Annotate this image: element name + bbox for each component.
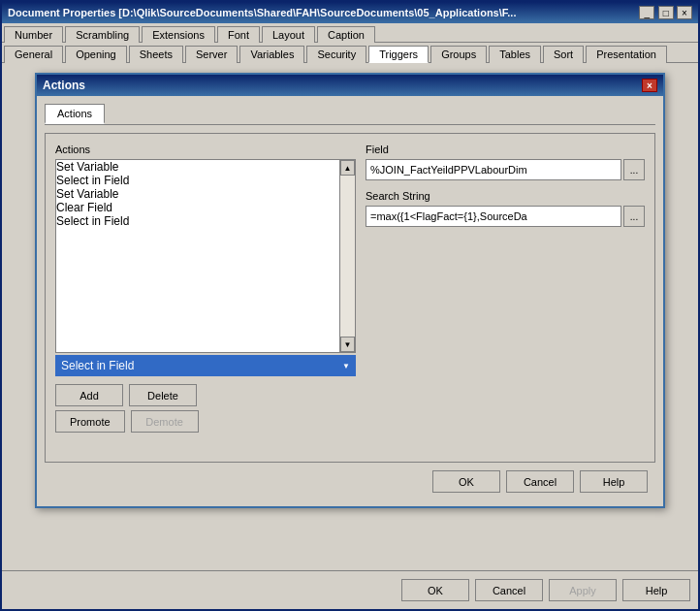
minimize-button[interactable]: _	[639, 6, 654, 19]
maximize-button[interactable]: □	[658, 6, 674, 19]
search-section: Search String ...	[366, 190, 645, 227]
list-item[interactable]: Select in Field	[56, 174, 339, 187]
scroll-track	[340, 176, 355, 337]
tab-scrambling[interactable]: Scrambling	[65, 26, 140, 43]
dialog-overlay: Actions × Actions Actions	[2, 63, 698, 609]
actions-right-panel: Field ... Search String ...	[366, 144, 645, 452]
field-input[interactable]	[366, 159, 621, 180]
dialog-title-bar: Actions ×	[37, 75, 663, 96]
tab-number[interactable]: Number	[4, 26, 63, 43]
list-item[interactable]: Set Variable	[56, 187, 339, 201]
search-browse-button[interactable]: ...	[623, 206, 645, 227]
title-bar: Document Properties [D:\Qlik\SourceDocum…	[2, 2, 698, 23]
main-content: Actions × Actions Actions	[2, 63, 698, 609]
dialog-body: Actions Actions Set Variable Select in F…	[37, 96, 663, 506]
list-item-selected[interactable]: Select in Field	[56, 214, 339, 228]
dialog-inner-content: Actions Set Variable Select in Field Set…	[45, 133, 655, 463]
list-item[interactable]: Clear Field	[56, 201, 339, 214]
tab-groups[interactable]: Groups	[430, 46, 487, 63]
search-label: Search String	[366, 190, 645, 202]
apply-button: Apply	[549, 579, 617, 601]
tab-presentation[interactable]: Presentation	[586, 46, 667, 63]
dialog-title: Actions	[43, 79, 85, 92]
dialog-ok-button[interactable]: OK	[432, 470, 500, 493]
tab-opening[interactable]: Opening	[65, 46, 127, 63]
tab-sheets[interactable]: Sheets	[129, 46, 183, 63]
add-button[interactable]: Add	[55, 384, 123, 406]
dropdown-value: Select in Field	[61, 359, 134, 372]
field-section: Field ...	[366, 144, 645, 180]
action-type-dropdown[interactable]: Select in Field ▼	[55, 355, 356, 376]
dialog-tab-bar: Actions	[45, 104, 655, 125]
scroll-down-button[interactable]: ▼	[340, 337, 355, 352]
delete-button[interactable]: Delete	[129, 384, 197, 406]
dialog-footer: OK Cancel Help	[45, 463, 655, 498]
tab-triggers[interactable]: Triggers	[368, 46, 429, 63]
cancel-button[interactable]: Cancel	[475, 579, 543, 601]
tab-security[interactable]: Security	[306, 46, 366, 63]
help-button[interactable]: Help	[622, 579, 690, 601]
field-input-row: ...	[366, 159, 645, 180]
actions-listbox-container: Set Variable Select in Field Set Variabl…	[55, 159, 356, 353]
scroll-up-button[interactable]: ▲	[340, 160, 355, 176]
search-input-row: ...	[366, 206, 645, 227]
tab-row-2: General Opening Sheets Server Variables …	[2, 43, 698, 63]
close-button[interactable]: ×	[677, 6, 692, 19]
field-label: Field	[366, 144, 645, 155]
demote-button: Demote	[131, 410, 199, 433]
search-input[interactable]	[366, 206, 621, 227]
field-browse-button[interactable]: ...	[623, 159, 645, 180]
dialog-cancel-button[interactable]: Cancel	[506, 470, 574, 493]
dropdown-arrow-icon: ▼	[342, 362, 350, 370]
promote-demote-buttons: Promote Demote	[55, 410, 356, 433]
tab-row-1: Number Scrambling Extensions Font Layout…	[2, 23, 698, 43]
tab-tables[interactable]: Tables	[489, 46, 541, 63]
action-type-dropdown-row: Select in Field ▼	[55, 355, 356, 376]
tab-server[interactable]: Server	[185, 46, 238, 63]
dialog-help-button[interactable]: Help	[580, 470, 648, 493]
add-delete-buttons: Add Delete	[55, 384, 356, 406]
title-bar-controls: _ □ ×	[639, 6, 692, 20]
promote-button[interactable]: Promote	[55, 410, 125, 433]
dialog-close-button[interactable]: ×	[642, 79, 657, 92]
list-item[interactable]: Set Variable	[56, 160, 339, 174]
main-window: Document Properties [D:\Qlik\SourceDocum…	[0, 0, 700, 611]
actions-dialog: Actions × Actions Actions	[35, 73, 665, 508]
actions-listbox[interactable]: Set Variable Select in Field Set Variabl…	[56, 160, 339, 352]
tab-variables[interactable]: Variables	[239, 46, 304, 63]
tab-font[interactable]: Font	[217, 26, 260, 43]
ok-button[interactable]: OK	[401, 579, 469, 601]
tab-caption[interactable]: Caption	[317, 26, 375, 43]
actions-section-label: Actions	[55, 144, 356, 155]
tab-layout[interactable]: Layout	[262, 26, 315, 43]
tab-sort[interactable]: Sort	[543, 46, 584, 63]
actions-left-panel: Actions Set Variable Select in Field Set…	[55, 144, 356, 452]
tab-general[interactable]: General	[4, 46, 63, 63]
dialog-tab-actions[interactable]: Actions	[45, 104, 105, 124]
window-title: Document Properties [D:\Qlik\SourceDocum…	[8, 7, 516, 18]
tab-extensions[interactable]: Extensions	[142, 26, 215, 43]
actions-scrollbar[interactable]: ▲ ▼	[339, 160, 355, 352]
bottom-bar: OK Cancel Apply Help	[2, 570, 698, 609]
